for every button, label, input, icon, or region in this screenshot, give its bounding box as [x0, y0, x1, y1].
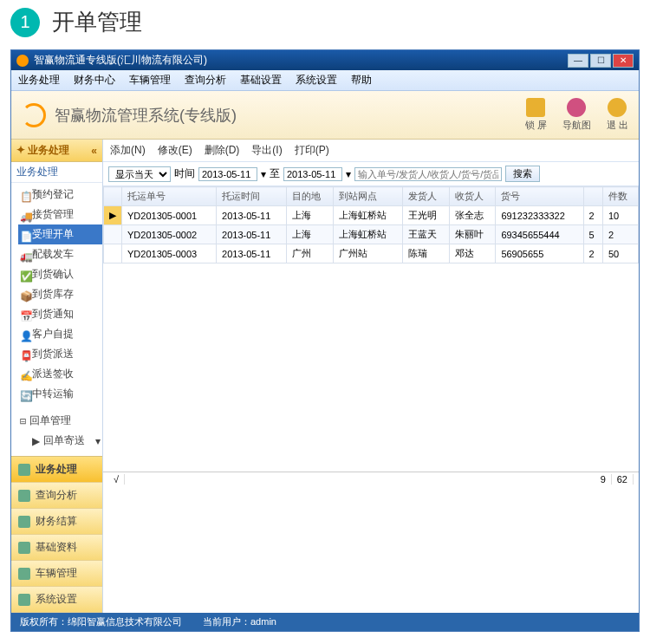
side-nav-button[interactable]: 系统设置	[11, 587, 102, 613]
tree-icon: 🚚	[20, 211, 29, 219]
tree-icon: ✅	[20, 270, 29, 279]
banner-title: 智赢物流管理系统(专线版)	[55, 105, 237, 126]
side-nav-button[interactable]: 车辆管理	[11, 561, 102, 587]
export-button[interactable]: 导出(I)	[251, 143, 282, 158]
delete-button[interactable]: 删除(D)	[205, 143, 240, 158]
table-row[interactable]: YD201305-00022013-05-11上海上海虹桥站王蓝天朱丽叶6934…	[104, 225, 639, 244]
cell: 2	[583, 206, 602, 225]
tree-icon: 📅	[20, 310, 29, 319]
cell: 2013-05-11	[217, 206, 287, 225]
tree-item[interactable]: 📋 预约登记	[18, 185, 102, 205]
side-nav-button[interactable]: 查询分析	[11, 483, 102, 509]
tree-child[interactable]: ▶ 回单寄送 ▾	[18, 431, 102, 451]
print-button[interactable]: 打印(P)	[295, 143, 329, 158]
menu-item[interactable]: 财务中心	[74, 73, 115, 88]
close-button[interactable]: ✕	[613, 54, 634, 68]
search-input[interactable]	[354, 167, 502, 181]
tree-item[interactable]: 👤 客户自提	[18, 324, 102, 344]
tree-item[interactable]: ✅ 到货确认	[18, 264, 102, 284]
column-header[interactable]: 托运时间	[217, 187, 287, 206]
cell: YD201305-0002	[122, 225, 217, 244]
view-select[interactable]: 显示当天	[108, 166, 171, 182]
menu-item[interactable]: 业务处理	[18, 73, 60, 88]
cell: 691232333322	[496, 206, 583, 225]
tree-item[interactable]: 🚛 配载发车	[18, 244, 102, 264]
nav-icon	[18, 594, 30, 606]
tree-icon: 📋	[20, 191, 29, 199]
cell: 5	[583, 225, 602, 244]
menu-item[interactable]: 系统设置	[296, 73, 337, 88]
column-header[interactable]	[583, 187, 602, 206]
minimize-button[interactable]: —	[568, 54, 588, 68]
tree-item[interactable]: 📮 到货派送	[18, 344, 102, 364]
column-header[interactable]: 托运单号	[122, 187, 217, 206]
menu-item[interactable]: 帮助	[351, 73, 372, 88]
add-button[interactable]: 添加(N)	[110, 143, 146, 158]
tree-icon: 📄	[20, 231, 29, 239]
main-panel: 添加(N) 修改(E) 删除(D) 导出(I) 打印(P) 显示当天 时间 ▾ …	[103, 140, 639, 613]
logo-icon	[22, 103, 46, 127]
column-header[interactable]: 货号	[496, 187, 583, 206]
sidebar-header[interactable]: ✦ 业务处理«	[11, 140, 102, 162]
side-nav-button[interactable]: 基础资料	[11, 535, 102, 561]
tree-item[interactable]: 📅 到货通知	[18, 304, 102, 324]
table-row[interactable]: ▶YD201305-00012013-05-11上海上海虹桥站王光明张全志691…	[104, 206, 639, 225]
side-nav-button[interactable]: 业务处理	[11, 457, 102, 483]
column-header[interactable]: 发货人	[402, 187, 449, 206]
exit-icon	[608, 98, 627, 117]
data-grid[interactable]: 托运单号托运时间目的地到站网点发货人收货人货号件数 ▶YD201305-0001…	[103, 186, 639, 613]
search-button[interactable]: 搜索	[505, 166, 540, 182]
exit-button[interactable]: 退 出	[607, 98, 628, 132]
column-header[interactable]: 件数	[602, 187, 638, 206]
tree-item[interactable]: 📦 到货库存	[18, 284, 102, 304]
column-header[interactable]	[104, 187, 122, 206]
tree-item[interactable]: 🔄 中转运输	[18, 384, 102, 404]
titlebar: 智赢物流通专线版(汇川物流有限公司) — ☐ ✕	[11, 50, 639, 70]
date-to[interactable]	[283, 167, 342, 181]
column-header[interactable]: 到站网点	[334, 187, 403, 206]
side-nav-button[interactable]: 财务结算	[11, 509, 102, 535]
tree-icon: 🚛	[20, 250, 29, 259]
cell: 10	[602, 206, 638, 225]
sidebar-subheader[interactable]: 业务处理	[11, 162, 102, 183]
filterbar: 显示当天 时间 ▾ 至 ▾ 搜索	[103, 162, 639, 186]
tree-item[interactable]: ✍ 派送签收	[18, 364, 102, 384]
cell: 陈瑞	[402, 244, 449, 263]
column-header[interactable]: 收货人	[449, 187, 496, 206]
tree-item[interactable]: 🚚 接货管理	[18, 205, 102, 224]
menu-item[interactable]: 基础设置	[240, 73, 282, 88]
maximize-button[interactable]: ☐	[590, 54, 611, 68]
tree-item[interactable]: 📄 受理开单	[18, 224, 102, 244]
cell: 2	[602, 225, 638, 244]
cell: 上海虹桥站	[334, 225, 403, 244]
cell: 邓达	[449, 244, 496, 263]
row-marker	[104, 225, 122, 244]
row-marker: ▶	[104, 206, 122, 225]
app-icon	[16, 55, 29, 67]
cell: 广州站	[334, 244, 403, 263]
column-header[interactable]: 目的地	[287, 187, 334, 206]
nav-icon	[18, 516, 30, 528]
tree-group[interactable]: ⊟ 回单管理	[18, 411, 102, 431]
cell: 2	[583, 244, 602, 263]
page-title-text: 开单管理	[52, 7, 142, 37]
window-title: 智赢物流通专线版(汇川物流有限公司)	[34, 53, 207, 68]
nav-icon	[18, 568, 30, 580]
nav-icon	[18, 464, 30, 476]
step-number: 1	[10, 8, 40, 37]
menu-item[interactable]: 查询分析	[185, 73, 226, 88]
cell: 张全志	[449, 206, 496, 225]
lock-button[interactable]: 锁 屏	[525, 98, 547, 132]
nav-button[interactable]: 导航图	[562, 98, 591, 132]
menu-item[interactable]: 车辆管理	[129, 73, 171, 88]
cell: YD201305-0001	[122, 206, 217, 225]
tree-icon: 📦	[20, 290, 29, 299]
page-title: 1 开单管理	[0, 0, 650, 44]
nav-icon	[18, 490, 30, 502]
menubar: 业务处理 财务中心 车辆管理 查询分析 基础设置 系统设置 帮助	[11, 70, 639, 91]
row-marker	[104, 244, 122, 263]
cell: 王蓝天	[402, 225, 449, 244]
date-from[interactable]	[198, 167, 257, 181]
edit-button[interactable]: 修改(E)	[158, 143, 192, 158]
table-row[interactable]: YD201305-00032013-05-11广州广州站陈瑞邓达56905655…	[104, 244, 639, 263]
